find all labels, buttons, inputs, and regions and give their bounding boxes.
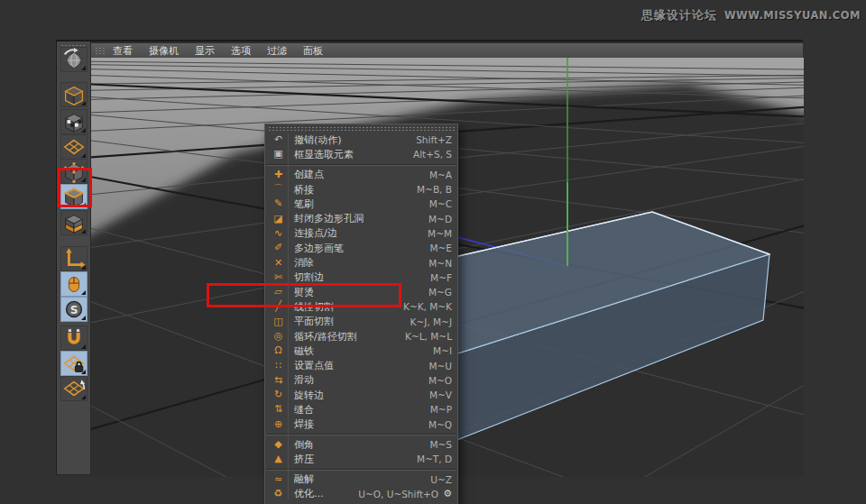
- menu-item-connect-points-edges[interactable]: ∿连接点/边M~M: [265, 226, 457, 241]
- set-point-value-icon: ∷: [269, 359, 288, 373]
- menu-item-polygon-pen[interactable]: ✐多边形画笔M~E: [265, 241, 457, 255]
- menu-item-shortcut: M~U: [428, 361, 452, 371]
- menu-item-label: 滑动: [294, 373, 314, 387]
- menu-item-shortcut: K~L, M~L: [405, 331, 452, 342]
- create-point-icon: ✚: [269, 168, 288, 182]
- menu-item-magnet[interactable]: Ω磁铁M~I: [265, 344, 457, 358]
- viewport-menu-摄像机[interactable]: 摄像机: [141, 44, 187, 58]
- menu-item-melt[interactable]: ≈融解U~Z: [265, 472, 457, 487]
- menu-item-shortcut: M~T, D: [417, 454, 452, 464]
- menu-item-set-point-value[interactable]: ∷设置点值M~U: [265, 358, 457, 372]
- viewport-menubar: 查看摄像机显示选项过滤面板: [91, 43, 803, 59]
- dissolve-icon: ✕: [269, 256, 288, 270]
- watermark-site-name: 思缘设计论坛: [641, 8, 717, 22]
- connect-points-edges-icon: ∿: [269, 226, 288, 241]
- menu-item-shortcut: M~E: [430, 243, 453, 253]
- menu-item-label: 熨烫: [294, 286, 314, 299]
- menu-item-brush[interactable]: ✎笔刷M~C: [265, 197, 457, 211]
- menu-item-shortcut: M~V: [429, 389, 452, 400]
- menu-item-label: 缝合: [294, 403, 314, 417]
- extrude-icon: ▲: [269, 452, 288, 466]
- line-cut-icon: ╱: [269, 299, 288, 314]
- toolbar-workplane-lock[interactable]: [60, 351, 88, 376]
- viewport-menu-过滤[interactable]: 过滤: [259, 44, 295, 58]
- menu-item-label: 线性切割: [294, 300, 334, 314]
- menu-item-shortcut: M~D: [428, 214, 452, 225]
- menu-item-bridge[interactable]: ⌒桥接M~B, B: [265, 182, 457, 197]
- toolbar-texture-mode[interactable]: [60, 109, 88, 134]
- toolbar-viewport-solo[interactable]: [60, 271, 88, 297]
- menu-item-shortcut: K~J, M~J: [410, 316, 452, 327]
- menu-item-shortcut: M~C: [429, 198, 452, 209]
- menu-item-shortcut: M~O: [428, 375, 452, 386]
- menu-item-optimize[interactable]: ♻优化...U~O, U~Shift+O⚙: [265, 487, 457, 501]
- bridge-icon: ⌒: [269, 182, 288, 197]
- menu-item-shortcut: M~G: [428, 287, 452, 298]
- menu-item-label: 封闭多边形孔洞: [294, 212, 364, 225]
- menu-item-shortcut: K~K, M~K: [403, 301, 452, 312]
- undo-action-icon: ↶: [269, 133, 288, 147]
- frame-selected-elements-icon: ▣: [269, 147, 288, 161]
- optimize-icon: ♻: [269, 487, 288, 501]
- menu-item-shortcut: M~S: [429, 439, 452, 450]
- toolbar-enable-snap[interactable]: [60, 325, 88, 351]
- menu-item-undo-action[interactable]: ↶撤销(动作)Shift+Z: [265, 133, 457, 147]
- optimize-settings-gear-icon[interactable]: ⚙: [443, 488, 452, 499]
- menu-item-shortcut: M~B, B: [417, 184, 452, 195]
- toolbar-make-editable[interactable]: [60, 47, 88, 72]
- menu-item-extrude[interactable]: ▲挤压M~T, D: [265, 452, 457, 466]
- plane-cut-icon: ◫: [269, 315, 288, 329]
- menubar-grip[interactable]: [94, 46, 105, 55]
- menu-item-rotate-edge[interactable]: ↻旋转边M~V: [265, 388, 457, 402]
- menu-item-shortcut: M~F: [430, 272, 452, 283]
- toolbar-workplane-mode[interactable]: [60, 134, 88, 160]
- watermark-site-url: WWW.MISSYUAN.COM: [724, 9, 861, 22]
- menu-item-plane-cut[interactable]: ◫平面切割K~J, M~J: [265, 315, 457, 329]
- menu-item-weld[interactable]: ⊕焊接M~Q: [265, 417, 457, 432]
- viewport-menu-查看[interactable]: 查看: [105, 44, 141, 58]
- toolbar-edges-mode[interactable]: [60, 184, 88, 209]
- toolbar-polygons-mode[interactable]: [60, 210, 88, 235]
- menu-tearoff-handle[interactable]: [267, 125, 456, 132]
- viewport-menu-显示[interactable]: 显示: [187, 44, 223, 58]
- toolbar-model-mode[interactable]: [60, 82, 88, 107]
- menu-item-line-cut[interactable]: ╱线性切割K~K, M~K: [265, 299, 457, 314]
- menu-item-shortcut: Shift+Z: [416, 134, 452, 145]
- menu-item-shortcut: M~I: [433, 345, 452, 356]
- svg-text:S: S: [70, 304, 78, 316]
- slide-icon: ⇆: [269, 373, 288, 388]
- menu-item-slide[interactable]: ⇆滑动M~O: [265, 373, 457, 388]
- menu-item-bevel[interactable]: ◆倒角M~S: [265, 437, 457, 452]
- menu-item-iron[interactable]: ▱熨烫M~G: [265, 285, 457, 299]
- menu-item-shortcut: U~Z: [430, 474, 452, 485]
- close-polygon-hole-icon: ◪: [269, 212, 288, 226]
- desktop-background: 思缘设计论坛WWW.MISSYUAN.COM S 查看摄像机显示选项过滤面板 透…: [0, 0, 866, 504]
- menu-item-create-point[interactable]: ✚创建点M~A: [265, 168, 457, 182]
- menu-item-label: 桥接: [294, 183, 314, 197]
- toolbar-workplane-align[interactable]: [60, 376, 88, 401]
- menu-item-label: 设置点值: [294, 359, 334, 372]
- menu-item-shortcut: Alt+S, S: [413, 149, 452, 160]
- menu-item-shortcut: M~Q: [428, 419, 452, 430]
- menu-separator: [266, 164, 456, 166]
- menu-item-label: 创建点: [294, 168, 324, 181]
- menu-item-shortcut: M~P: [430, 404, 452, 415]
- menu-item-loop-path-cut[interactable]: ◎循环/路径切割K~L, M~L: [265, 329, 457, 344]
- menu-item-label: 连接点/边: [294, 226, 337, 240]
- menu-item-cut-edge[interactable]: ✄切割边M~F: [265, 270, 457, 285]
- context-menu: ↶撤销(动作)Shift+Z▣框显选取元素Alt+S, S✚创建点M~A⌒桥接M…: [264, 124, 458, 504]
- menu-item-dissolve[interactable]: ✕消除M~N: [265, 255, 457, 270]
- viewport-menu-面板[interactable]: 面板: [295, 44, 331, 58]
- toolbar-points-mode[interactable]: [60, 159, 88, 184]
- viewport-menu-选项[interactable]: 选项: [223, 44, 259, 58]
- menu-item-label: 循环/路径切割: [294, 330, 357, 344]
- menu-item-label: 焊接: [294, 417, 314, 431]
- toolbar-snap-badge[interactable]: S: [60, 297, 88, 322]
- mode-tool-palette: S: [57, 41, 91, 474]
- toolbar-axis-mode[interactable]: [60, 246, 88, 271]
- menu-item-frame-selected-elements[interactable]: ▣框显选取元素Alt+S, S: [265, 147, 457, 161]
- menu-item-close-polygon-hole[interactable]: ◪封闭多边形孔洞M~D: [265, 211, 457, 225]
- polygon-pen-icon: ✐: [269, 241, 288, 255]
- menu-item-label: 撤销(动作): [294, 133, 342, 147]
- menu-item-stitch-and-sew[interactable]: ⇅缝合M~P: [265, 402, 457, 417]
